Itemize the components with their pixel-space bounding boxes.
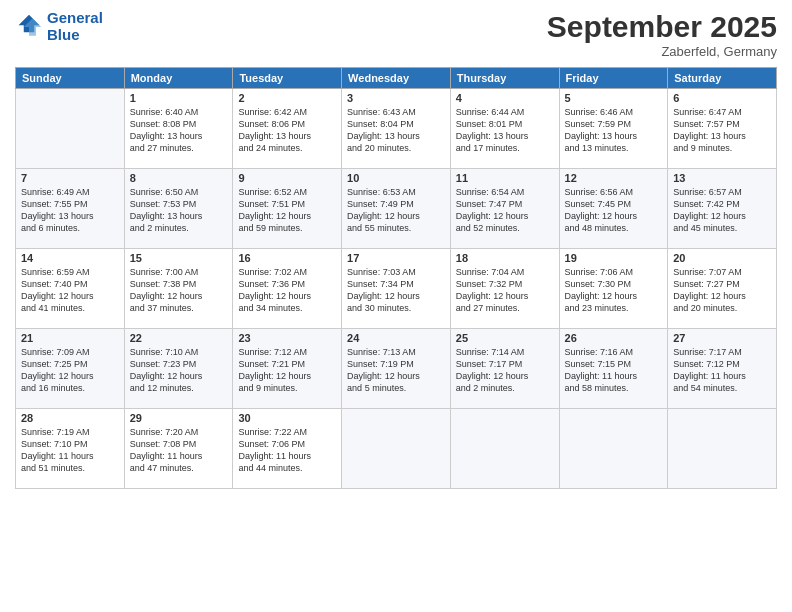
calendar-cell [668,409,777,489]
cell-text: Sunrise: 7:02 AM Sunset: 7:36 PM Dayligh… [238,266,336,315]
day-number: 30 [238,412,336,424]
day-number: 2 [238,92,336,104]
day-number: 1 [130,92,228,104]
header-wednesday: Wednesday [342,68,451,89]
day-number: 22 [130,332,228,344]
day-number: 23 [238,332,336,344]
cell-text: Sunrise: 7:10 AM Sunset: 7:23 PM Dayligh… [130,346,228,395]
day-number: 25 [456,332,554,344]
day-number: 26 [565,332,663,344]
cell-text: Sunrise: 6:59 AM Sunset: 7:40 PM Dayligh… [21,266,119,315]
cell-text: Sunrise: 7:07 AM Sunset: 7:27 PM Dayligh… [673,266,771,315]
header-monday: Monday [124,68,233,89]
cell-text: Sunrise: 6:47 AM Sunset: 7:57 PM Dayligh… [673,106,771,155]
calendar-cell: 1Sunrise: 6:40 AM Sunset: 8:08 PM Daylig… [124,89,233,169]
calendar-cell [16,89,125,169]
cell-text: Sunrise: 6:57 AM Sunset: 7:42 PM Dayligh… [673,186,771,235]
header-thursday: Thursday [450,68,559,89]
logo-icon [15,13,43,41]
calendar-cell: 8Sunrise: 6:50 AM Sunset: 7:53 PM Daylig… [124,169,233,249]
header: General Blue September 2025 Zaberfeld, G… [15,10,777,59]
day-number: 28 [21,412,119,424]
cell-text: Sunrise: 6:50 AM Sunset: 7:53 PM Dayligh… [130,186,228,235]
cell-text: Sunrise: 7:09 AM Sunset: 7:25 PM Dayligh… [21,346,119,395]
day-number: 24 [347,332,445,344]
calendar-cell: 27Sunrise: 7:17 AM Sunset: 7:12 PM Dayli… [668,329,777,409]
week-row-1: 7Sunrise: 6:49 AM Sunset: 7:55 PM Daylig… [16,169,777,249]
cell-text: Sunrise: 6:49 AM Sunset: 7:55 PM Dayligh… [21,186,119,235]
calendar-cell: 26Sunrise: 7:16 AM Sunset: 7:15 PM Dayli… [559,329,668,409]
calendar-cell: 12Sunrise: 6:56 AM Sunset: 7:45 PM Dayli… [559,169,668,249]
header-row: SundayMondayTuesdayWednesdayThursdayFrid… [16,68,777,89]
calendar-cell: 5Sunrise: 6:46 AM Sunset: 7:59 PM Daylig… [559,89,668,169]
month-title: September 2025 [547,10,777,44]
header-sunday: Sunday [16,68,125,89]
day-number: 11 [456,172,554,184]
calendar-cell: 9Sunrise: 6:52 AM Sunset: 7:51 PM Daylig… [233,169,342,249]
day-number: 9 [238,172,336,184]
calendar-cell: 3Sunrise: 6:43 AM Sunset: 8:04 PM Daylig… [342,89,451,169]
day-number: 15 [130,252,228,264]
logo: General Blue [15,10,103,43]
cell-text: Sunrise: 7:20 AM Sunset: 7:08 PM Dayligh… [130,426,228,475]
cell-text: Sunrise: 7:16 AM Sunset: 7:15 PM Dayligh… [565,346,663,395]
cell-text: Sunrise: 7:12 AM Sunset: 7:21 PM Dayligh… [238,346,336,395]
cell-text: Sunrise: 6:40 AM Sunset: 8:08 PM Dayligh… [130,106,228,155]
day-number: 21 [21,332,119,344]
calendar-cell: 24Sunrise: 7:13 AM Sunset: 7:19 PM Dayli… [342,329,451,409]
week-row-4: 28Sunrise: 7:19 AM Sunset: 7:10 PM Dayli… [16,409,777,489]
calendar-cell: 18Sunrise: 7:04 AM Sunset: 7:32 PM Dayli… [450,249,559,329]
day-number: 12 [565,172,663,184]
day-number: 3 [347,92,445,104]
cell-text: Sunrise: 7:13 AM Sunset: 7:19 PM Dayligh… [347,346,445,395]
day-number: 27 [673,332,771,344]
cell-text: Sunrise: 6:42 AM Sunset: 8:06 PM Dayligh… [238,106,336,155]
day-number: 16 [238,252,336,264]
day-number: 5 [565,92,663,104]
week-row-2: 14Sunrise: 6:59 AM Sunset: 7:40 PM Dayli… [16,249,777,329]
cell-text: Sunrise: 7:00 AM Sunset: 7:38 PM Dayligh… [130,266,228,315]
calendar-cell: 28Sunrise: 7:19 AM Sunset: 7:10 PM Dayli… [16,409,125,489]
calendar-cell: 19Sunrise: 7:06 AM Sunset: 7:30 PM Dayli… [559,249,668,329]
calendar-cell: 15Sunrise: 7:00 AM Sunset: 7:38 PM Dayli… [124,249,233,329]
header-tuesday: Tuesday [233,68,342,89]
cell-text: Sunrise: 7:04 AM Sunset: 7:32 PM Dayligh… [456,266,554,315]
calendar-cell: 17Sunrise: 7:03 AM Sunset: 7:34 PM Dayli… [342,249,451,329]
day-number: 8 [130,172,228,184]
cell-text: Sunrise: 6:56 AM Sunset: 7:45 PM Dayligh… [565,186,663,235]
calendar-cell: 14Sunrise: 6:59 AM Sunset: 7:40 PM Dayli… [16,249,125,329]
calendar-cell: 13Sunrise: 6:57 AM Sunset: 7:42 PM Dayli… [668,169,777,249]
cell-text: Sunrise: 7:17 AM Sunset: 7:12 PM Dayligh… [673,346,771,395]
day-number: 4 [456,92,554,104]
calendar-cell: 22Sunrise: 7:10 AM Sunset: 7:23 PM Dayli… [124,329,233,409]
calendar-cell [450,409,559,489]
calendar-cell: 10Sunrise: 6:53 AM Sunset: 7:49 PM Dayli… [342,169,451,249]
cell-text: Sunrise: 6:52 AM Sunset: 7:51 PM Dayligh… [238,186,336,235]
cell-text: Sunrise: 7:19 AM Sunset: 7:10 PM Dayligh… [21,426,119,475]
cell-text: Sunrise: 6:43 AM Sunset: 8:04 PM Dayligh… [347,106,445,155]
calendar-cell: 23Sunrise: 7:12 AM Sunset: 7:21 PM Dayli… [233,329,342,409]
day-number: 14 [21,252,119,264]
cell-text: Sunrise: 7:14 AM Sunset: 7:17 PM Dayligh… [456,346,554,395]
day-number: 18 [456,252,554,264]
cell-text: Sunrise: 6:54 AM Sunset: 7:47 PM Dayligh… [456,186,554,235]
calendar-cell: 2Sunrise: 6:42 AM Sunset: 8:06 PM Daylig… [233,89,342,169]
header-saturday: Saturday [668,68,777,89]
subtitle: Zaberfeld, Germany [547,44,777,59]
calendar-page: General Blue September 2025 Zaberfeld, G… [0,0,792,612]
calendar-table: SundayMondayTuesdayWednesdayThursdayFrid… [15,67,777,489]
day-number: 29 [130,412,228,424]
calendar-cell: 30Sunrise: 7:22 AM Sunset: 7:06 PM Dayli… [233,409,342,489]
calendar-cell: 4Sunrise: 6:44 AM Sunset: 8:01 PM Daylig… [450,89,559,169]
calendar-cell: 21Sunrise: 7:09 AM Sunset: 7:25 PM Dayli… [16,329,125,409]
header-friday: Friday [559,68,668,89]
logo-text: General Blue [47,10,103,43]
calendar-cell: 11Sunrise: 6:54 AM Sunset: 7:47 PM Dayli… [450,169,559,249]
day-number: 19 [565,252,663,264]
calendar-cell: 16Sunrise: 7:02 AM Sunset: 7:36 PM Dayli… [233,249,342,329]
day-number: 20 [673,252,771,264]
day-number: 13 [673,172,771,184]
calendar-cell: 7Sunrise: 6:49 AM Sunset: 7:55 PM Daylig… [16,169,125,249]
title-block: September 2025 Zaberfeld, Germany [547,10,777,59]
calendar-cell: 20Sunrise: 7:07 AM Sunset: 7:27 PM Dayli… [668,249,777,329]
